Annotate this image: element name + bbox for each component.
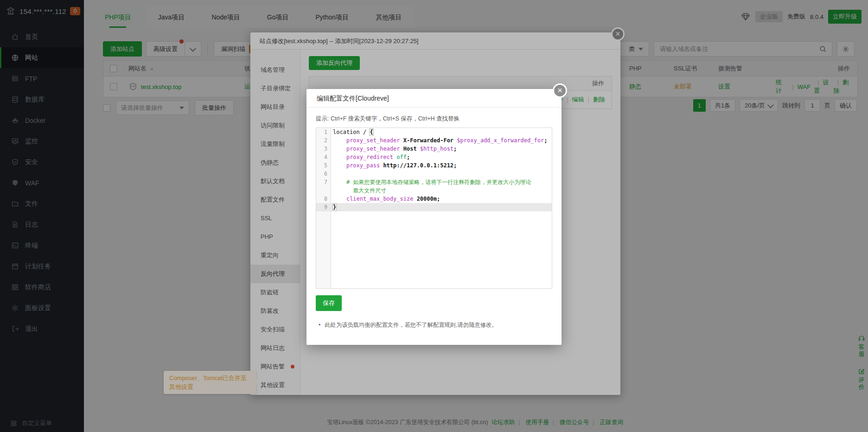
editor-line-2[interactable]: 2 proxy_set_header X-Forwarded-For $prox…	[316, 136, 552, 145]
editor-line-5[interactable]: 5 proxy_pass http://127.0.0.1:5212;	[316, 161, 552, 170]
editor-line-3[interactable]: 3 proxy_set_header Host $http_host;	[316, 145, 552, 153]
bt-panel-root: 154.***.***.112 0 首页网站FTP数据库Docker监控安全WA…	[0, 0, 868, 432]
save-button[interactable]: 保存	[316, 295, 342, 311]
editor-line-1[interactable]: 1location / {	[316, 128, 552, 136]
editor-modal-close-button[interactable]	[553, 83, 567, 98]
config-editor[interactable]: 1location / {2 proxy_set_header X-Forwar…	[316, 127, 552, 289]
editor-line-9[interactable]: 9}	[316, 203, 552, 211]
config-editor-lines: 1location / {2 proxy_set_header X-Forwar…	[316, 128, 552, 211]
editor-line-7[interactable]: 7 # 如果您要使用本地存储策略，请将下一行注释符删除，并更改大小为理论 最大文…	[316, 178, 552, 195]
editor-line-4[interactable]: 4 proxy_redirect off;	[316, 153, 552, 161]
editor-hint: 提示: Ctrl+F 搜索关键字，Ctrl+S 保存，Ctrl+H 查找替换	[316, 115, 552, 123]
editor-line-6[interactable]: 6	[316, 170, 552, 178]
editor-line-8[interactable]: 8 client_max_body_size 20000m;	[316, 195, 552, 203]
config-editor-modal: 编辑配置文件[Cloudreve] 提示: Ctrl+F 搜索关键字，Ctrl+…	[306, 89, 562, 345]
editor-note: 此处为该负载均衡的配置文件，若您不了解配置规则,请勿随意修改。	[316, 321, 552, 329]
editor-modal-body: 提示: Ctrl+F 搜索关键字，Ctrl+S 保存，Ctrl+H 查找替换 1…	[306, 108, 562, 329]
editor-modal-title: 编辑配置文件[Cloudreve]	[306, 89, 562, 108]
